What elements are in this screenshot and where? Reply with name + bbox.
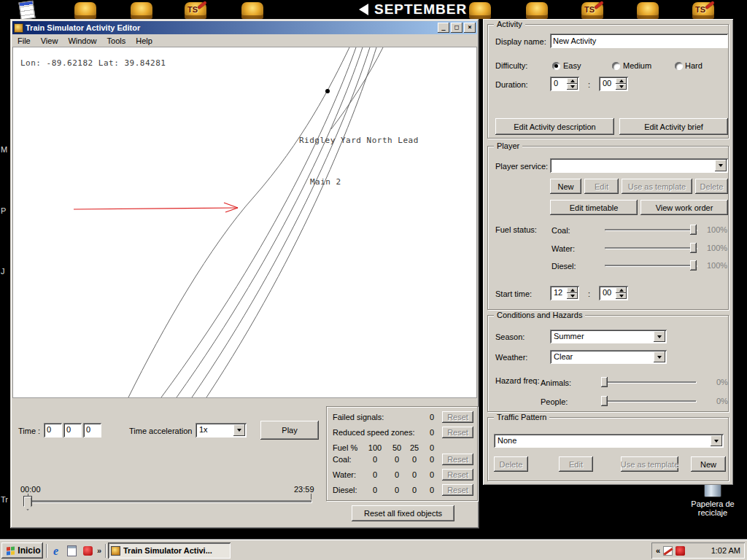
difficulty-hard-radio[interactable]	[675, 62, 683, 70]
coal-fuel-slider[interactable]	[605, 225, 697, 235]
tray-icon-app[interactable]	[676, 546, 685, 556]
desktop-icon-treasure-2[interactable]	[129, 1, 154, 20]
slider-thumb[interactable]	[690, 225, 697, 235]
chevron-down-icon[interactable]	[233, 424, 245, 436]
duration-hours-spinner[interactable]: 0	[550, 77, 579, 91]
traffic-use-as-template-button[interactable]: Use as template	[621, 456, 678, 472]
route-map-viewport[interactable]: Lon: -89.62182 Lat: 39.84281 Ridgley Yar…	[12, 47, 477, 398]
view-work-order-button[interactable]: View work order	[640, 200, 728, 215]
tray-overflow-chevron[interactable]: «	[656, 546, 660, 555]
selected-node-marker	[325, 89, 330, 93]
player-edit-button[interactable]: Edit	[584, 179, 619, 194]
traffic-delete-button[interactable]: Delete	[494, 456, 528, 472]
window-titlebar[interactable]: Train Simulator Activity Editor _ □ ×	[12, 21, 477, 34]
quick-launch-overflow-chevron[interactable]: »	[97, 546, 101, 555]
difficulty-medium-radio[interactable]	[612, 62, 620, 70]
slider-thumb[interactable]	[690, 260, 697, 271]
people-hazard-slider[interactable]	[601, 396, 696, 406]
player-delete-button[interactable]: Delete	[695, 179, 728, 194]
desktop-icon-treasure-1[interactable]	[73, 1, 98, 20]
traffic-pattern-dropdown[interactable]: None	[494, 434, 724, 448]
spin-down-icon[interactable]	[567, 293, 578, 299]
water-percent: 100%	[707, 244, 727, 252]
edit-activity-brief-button[interactable]: Edit Activity brief	[619, 118, 728, 135]
water-fuel-slider[interactable]	[605, 243, 697, 253]
time-minutes-field[interactable]: 0	[63, 423, 82, 438]
desktop-icon-treasure-4[interactable]	[468, 1, 492, 20]
menu-help[interactable]: Help	[131, 35, 158, 47]
slider-thumb[interactable]	[690, 243, 697, 253]
desktop-icon-ts-3[interactable]: TS	[691, 1, 716, 20]
duration-minutes-spinner[interactable]: 00	[599, 77, 628, 91]
play-button[interactable]: Play	[260, 421, 319, 440]
reset-diesel-button[interactable]: Reset	[442, 484, 473, 496]
animals-label: Animals:	[541, 378, 571, 387]
quick-launch-app-icon[interactable]	[82, 545, 94, 557]
display-name-input[interactable]	[550, 34, 728, 48]
spin-down-icon[interactable]	[567, 84, 578, 90]
edit-timetable-button[interactable]: Edit timetable	[550, 200, 638, 215]
hazard-freq-label: Hazard freq:	[495, 376, 540, 385]
player-service-dropdown[interactable]	[550, 158, 728, 173]
close-button[interactable]: ×	[464, 23, 476, 33]
traffic-edit-button[interactable]: Edit	[559, 456, 593, 472]
spin-up-icon[interactable]	[616, 78, 627, 84]
slider-thumb[interactable]	[601, 377, 608, 387]
activity-group: Activity Display name: Difficulty: Easy …	[487, 24, 729, 139]
traffic-new-button[interactable]: New	[691, 456, 726, 472]
maximize-button[interactable]: □	[451, 23, 462, 33]
start-time-hours-spinner[interactable]: 12	[550, 286, 579, 300]
reset-all-fixed-objects-button[interactable]: Reset all fixed objects	[352, 505, 454, 521]
track-lines	[13, 47, 476, 397]
difficulty-easy-radio[interactable]	[552, 62, 560, 70]
difficulty-easy-label: Easy	[563, 61, 581, 70]
desktop-icon-ts-1[interactable]: TS	[183, 1, 208, 20]
time-acceleration-dropdown[interactable]: 1x	[196, 423, 247, 438]
minimize-button[interactable]: _	[438, 23, 449, 33]
spin-up-icon[interactable]	[616, 287, 627, 293]
desktop-icon-notepad[interactable]	[15, 1, 39, 20]
timeline-slider-track[interactable]	[27, 500, 311, 502]
menu-window[interactable]: Window	[63, 35, 101, 47]
diesel-fuel-slider[interactable]	[605, 260, 697, 271]
time-hours-field[interactable]: 0	[44, 423, 62, 438]
start-button[interactable]: Inicio	[1, 542, 43, 559]
desktop-icon-treasure-3[interactable]	[240, 1, 265, 20]
show-desktop-icon[interactable]	[66, 545, 78, 557]
animals-hazard-slider[interactable]	[601, 377, 696, 387]
spin-up-icon[interactable]	[567, 287, 578, 293]
chevron-down-icon[interactable]	[654, 331, 665, 342]
spin-up-icon[interactable]	[567, 78, 578, 84]
chevron-down-icon[interactable]	[711, 435, 722, 446]
desktop-icon-ts-2[interactable]: TS	[580, 1, 605, 20]
timeline-slider-thumb[interactable]	[23, 496, 32, 510]
edit-activity-description-button[interactable]: Edit Activity description	[495, 118, 614, 135]
reset-coal-button[interactable]: Reset	[442, 454, 473, 465]
menu-view[interactable]: View	[36, 35, 63, 47]
spin-down-icon[interactable]	[616, 84, 627, 90]
time-seconds-field[interactable]: 0	[83, 423, 101, 438]
task-button-train-simulator[interactable]: Train Simulator Activi...	[108, 542, 231, 559]
chevron-down-icon[interactable]	[715, 160, 727, 171]
menu-file[interactable]: File	[12, 35, 36, 47]
player-new-button[interactable]: New	[550, 179, 581, 194]
spin-down-icon[interactable]	[616, 293, 627, 299]
train-simulator-icon: TS	[581, 2, 603, 19]
season-dropdown[interactable]: Summer	[550, 330, 667, 343]
start-time-minutes-spinner[interactable]: 00	[599, 286, 628, 300]
lon-lat-readout: Lon: -89.62182 Lat: 39.84281	[20, 58, 166, 68]
reset-failed-signals-button[interactable]: Reset	[442, 411, 473, 423]
internet-explorer-icon[interactable]: e	[50, 545, 62, 557]
reset-reduced-speed-button[interactable]: Reset	[442, 427, 473, 438]
desktop-icon-treasure-5[interactable]	[525, 1, 549, 20]
menu-tools[interactable]: Tools	[102, 35, 131, 47]
slider-thumb[interactable]	[601, 396, 608, 406]
chevron-down-icon[interactable]	[654, 351, 665, 362]
player-use-as-template-button[interactable]: Use as template	[622, 179, 692, 194]
desktop-icon-treasure-6[interactable]	[635, 1, 660, 20]
reset-water-button[interactable]: Reset	[442, 469, 473, 481]
people-label: People:	[541, 397, 568, 406]
tray-icon-mute[interactable]	[663, 546, 673, 556]
simulation-control-bar: Time : 0 0 0 Time acceleration 1x Play 0…	[12, 398, 477, 526]
weather-dropdown[interactable]: Clear	[550, 350, 667, 364]
